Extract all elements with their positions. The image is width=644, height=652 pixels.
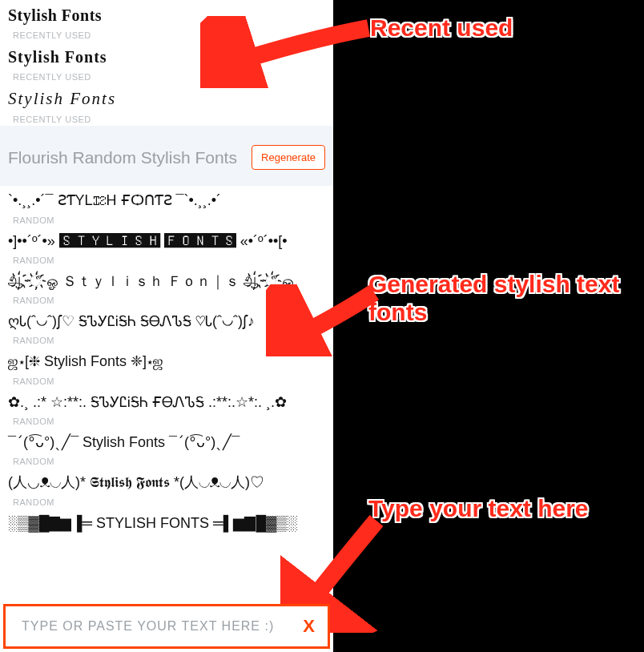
annotation-generated: Generated stylish text fonts (368, 271, 633, 326)
random-text: ღᏓ(ˆ◡ˆ)ʃ♡ ᎦᏖᎩᏝᎥᎦᏂ ᎦᎾᏁᏖᎦ ♡Ꮣ(ˆ◡ˆ)ʃ♪ (8, 312, 325, 331)
random-text: ✿.¸ .:* ☆:**:. ᎦᏖᎩᏝᎥᎦᏂ ҒᎾᏁᏖᎦ .:**:.☆*:. … (8, 392, 325, 412)
random-text: ░▒▓█▇▆▐═ STYLISH FONTS ═▌▆▇█▓▒░ (8, 513, 325, 533)
random-text: •]••´º´•» 🆂🆃🆈🅻🅸🆂🅷 🅵🅾🅽🆃🆂 «•´º´••[• (8, 231, 325, 251)
random-text: ¯ˊ(°͡ᴗ°)ˎ╱¯ Stylish Fonts ¯ˊ(°͡ᴗ°)ˎ╱¯ (8, 433, 325, 452)
random-item[interactable]: ஆ҉ீ҉ஓ Ｓｔｙｌｉｓｈ Ｆｏｎ｜ｓ ஆ҉ீ҉ஓ RANDOM (0, 267, 333, 307)
font-sample: Stylish Fonts (8, 5, 325, 26)
random-meta: RANDOM (13, 497, 325, 507)
annotation-recent: Recent used (370, 14, 513, 42)
random-meta: RANDOM (13, 336, 325, 345)
random-meta: RANDOM (13, 215, 325, 225)
random-item[interactable]: ¯ˊ(°͡ᴗ°)ˎ╱¯ Stylish Fonts ¯ˊ(°͡ᴗ°)ˎ╱¯ RA… (0, 428, 333, 468)
clear-button[interactable]: X (290, 616, 328, 637)
recent-meta: RECENTLY USED (13, 115, 325, 124)
random-meta: RANDOM (13, 376, 325, 386)
text-input-bar: X (3, 604, 330, 649)
flourish-title: Flourish Random Stylish Fonts (8, 148, 237, 167)
random-text: `•.¸¸.•´¯ ƧƬYᏞꞮƧH ҒѺᑎƬƧ ¯`•.¸¸.•´ (8, 191, 325, 210)
flourish-header: Flourish Random Stylish Fonts Regenerate (0, 126, 333, 186)
recent-item[interactable]: Stylish Fonts RECENTLY USED (0, 83, 333, 126)
regenerate-button[interactable]: Regenerate (252, 145, 325, 170)
recent-meta: RECENTLY USED (13, 30, 325, 40)
random-item[interactable]: ✿.¸ .:* ☆:**:. ᎦᏖᎩᏝᎥᎦᏂ ҒᎾᏁᏖᎦ .:**:.☆*:. … (0, 388, 333, 428)
random-item[interactable]: ░▒▓█▇▆▐═ STYLISH FONTS ═▌▆▇█▓▒░ (0, 509, 333, 534)
text-input[interactable] (6, 619, 290, 634)
random-item[interactable]: ஜ⋆[❈ Stylish Fonts ❈]⋆ஜ RANDOM (0, 347, 333, 387)
random-text: (人◡ᴥ◡人)* 𝕾𝖙𝖞𝖑𝖎𝖘𝖍 𝕱𝖔𝖓𝖙𝖘 *(人◡ᴥ◡人)♡ (8, 473, 325, 492)
random-text: ஆ҉ீ҉ஓ Ｓｔｙｌｉｓｈ Ｆｏｎ｜ｓ ஆ҉ீ҉ஓ (8, 272, 325, 291)
random-item[interactable]: ღᏓ(ˆ◡ˆ)ʃ♡ ᎦᏖᎩᏝᎥᎦᏂ ᎦᎾᏁᏖᎦ ♡Ꮣ(ˆ◡ˆ)ʃ♪ RANDOM (0, 307, 333, 347)
random-meta: RANDOM (13, 256, 325, 265)
annotation-type: Type your text here (368, 495, 633, 523)
random-item[interactable]: •]••´º´•» 🆂🆃🆈🅻🅸🆂🅷 🅵🅾🅽🆃🆂 «•´º´••[• RANDOM (0, 227, 333, 267)
font-sample: Stylish Fonts (8, 46, 325, 67)
recent-item[interactable]: Stylish Fonts RECENTLY USED (0, 0, 333, 42)
random-meta: RANDOM (13, 457, 325, 466)
recent-item[interactable]: Stylish Fonts RECENTLY USED (0, 42, 333, 83)
app-panel: Stylish Fonts RECENTLY USED Stylish Font… (0, 0, 333, 652)
scroll-area: Stylish Fonts RECENTLY USED Stylish Font… (0, 0, 333, 601)
random-meta: RANDOM (13, 296, 325, 305)
font-sample: Stylish Fonts (8, 88, 325, 110)
random-item[interactable]: (人◡ᴥ◡人)* 𝕾𝖙𝖞𝖑𝖎𝖘𝖍 𝕱𝖔𝖓𝖙𝖘 *(人◡ᴥ◡人)♡ RANDOM (0, 468, 333, 508)
random-text: ஜ⋆[❈ Stylish Fonts ❈]⋆ஜ (8, 352, 325, 371)
recent-meta: RECENTLY USED (13, 72, 325, 82)
random-meta: RANDOM (13, 417, 325, 426)
random-item[interactable]: `•.¸¸.•´¯ ƧƬYᏞꞮƧH ҒѺᑎƬƧ ¯`•.¸¸.•´ RANDOM (0, 186, 333, 226)
